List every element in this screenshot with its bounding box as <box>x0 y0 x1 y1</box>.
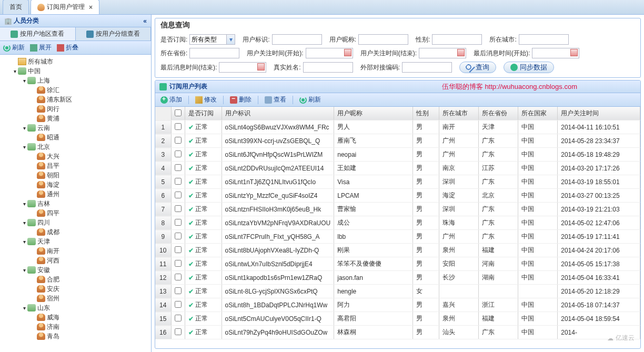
nickname-input[interactable] <box>358 34 408 45</box>
calendar-icon[interactable] <box>344 49 351 56</box>
tree-node[interactable]: 安庆 <box>0 284 151 294</box>
tree-toggle[interactable]: ▾ <box>21 200 27 207</box>
row-checkbox[interactable] <box>175 287 182 294</box>
tree-node[interactable]: 徐汇 <box>0 85 151 95</box>
tree-toggle[interactable]: ▾ <box>12 68 18 74</box>
row-checkbox[interactable] <box>175 137 182 144</box>
expand-button[interactable]: 展开 <box>30 43 52 52</box>
view-button[interactable]: 查看 <box>263 94 288 105</box>
external-input[interactable] <box>402 62 452 73</box>
tree-toggle[interactable]: ▾ <box>21 305 27 311</box>
tree-node[interactable]: ▾云南 <box>0 123 151 133</box>
tree-node[interactable]: 通州 <box>0 189 151 199</box>
row-checkbox[interactable] <box>175 178 182 185</box>
row-checkbox[interactable] <box>175 233 182 239</box>
tree-node[interactable]: 宿州 <box>0 294 151 303</box>
tree-toggle[interactable]: ▾ <box>21 238 27 245</box>
col-followtime[interactable]: 用户关注时间 <box>558 107 640 120</box>
tree-node[interactable]: 河西 <box>0 256 151 265</box>
col-userid[interactable]: 用户标识 <box>222 107 334 120</box>
tree-label[interactable]: 北京 <box>37 143 50 152</box>
table-row[interactable]: 11✔正常oSiLntwLXn7uIbSznl5dDiprjjE4笨笨不及傻傻傻… <box>155 257 640 271</box>
table-row[interactable]: 5✔正常oSiLnt1nTJj6ZQ1NLItvuG1fQcIoVisa男深圳广… <box>155 175 640 189</box>
row-checkbox[interactable] <box>175 260 182 267</box>
tree-label[interactable]: 威海 <box>47 313 59 322</box>
tree-label[interactable]: 四平 <box>47 209 59 218</box>
tree-label[interactable]: 河西 <box>47 256 59 265</box>
subtab-by-group[interactable]: 按用户分组查看 <box>76 27 152 41</box>
row-checkbox[interactable] <box>175 274 182 280</box>
col-checkbox[interactable] <box>171 107 185 120</box>
tree-toggle[interactable]: ▾ <box>21 267 27 273</box>
tree-node[interactable]: 昭通 <box>0 133 151 142</box>
tree-node[interactable]: ▾北京 <box>0 142 151 152</box>
tree-node[interactable]: ▾山东 <box>0 303 151 313</box>
row-checkbox[interactable] <box>175 301 182 308</box>
select-all-checkbox[interactable] <box>175 109 182 116</box>
tree-label[interactable]: 徐汇 <box>47 86 59 95</box>
delete-button[interactable]: 删除 <box>228 94 254 105</box>
tree-node[interactable]: ▾安徽 <box>0 265 151 275</box>
tree-label[interactable]: 吉林 <box>37 199 50 208</box>
edit-button[interactable]: 修改 <box>193 94 219 105</box>
tree-label[interactable]: 中国 <box>28 67 41 76</box>
city-input[interactable] <box>519 34 569 45</box>
table-row[interactable]: 2✔正常oSiLnt399XN-ccrj-uvZsGEBQL_Q雁南飞男广州广东… <box>155 134 640 148</box>
tree-label[interactable]: 四川 <box>37 218 50 227</box>
table-row[interactable]: 12✔正常oSiLnt1kapodb1s6sPrn1ew1ZRaQjason.f… <box>155 271 640 285</box>
tree-label[interactable]: 闵行 <box>47 105 59 114</box>
tree-toggle[interactable]: ▾ <box>21 219 27 226</box>
table-row[interactable]: 4✔正常oSiLnt2DDvRUsujIcQm2ATEEUI14王如建男南京江苏… <box>155 162 640 175</box>
table-row[interactable]: 8✔正常oSiLntzaYbVM2pNFrqV9AXDRaUOU成公男珠海广东中… <box>155 216 640 230</box>
collapse-icon[interactable]: « <box>143 17 147 25</box>
col-subscribed[interactable]: 是否订阅 <box>185 107 222 120</box>
tree-node[interactable]: 大兴 <box>0 152 151 161</box>
tree-label[interactable]: 安徽 <box>37 266 50 275</box>
tree-label[interactable]: 天津 <box>37 237 50 246</box>
table-row[interactable]: 10✔正常oSiLnt8bUAjophVXea8L-IyZDh-Q刚果男泉州福建… <box>155 244 640 257</box>
tree-node[interactable]: 所有城市 <box>0 57 151 66</box>
grid-refresh-button[interactable]: 刷新 <box>297 94 323 105</box>
table-row[interactable]: 3✔正常oSiLnt6JfQvnHfpQscW1sPrLWIZMneopai男广… <box>155 148 640 162</box>
tree-node[interactable]: 成都 <box>0 227 151 237</box>
tree-node[interactable]: 威海 <box>0 313 151 322</box>
tree-label[interactable]: 所有城市 <box>28 57 53 66</box>
tree-toggle[interactable]: ▾ <box>21 144 27 150</box>
tree-node[interactable]: 黄浦 <box>0 114 151 123</box>
table-row[interactable]: 16✔正常oSiLnt79hZyPq4h9oHUISdGOuZOw林森桐男汕头广… <box>155 326 640 339</box>
col-province[interactable]: 所在省份 <box>479 107 518 120</box>
tree-label[interactable]: 青岛 <box>47 332 59 341</box>
tree-node[interactable]: 合肥 <box>0 275 151 284</box>
col-sex[interactable]: 性别 <box>413 107 439 120</box>
tree-node[interactable]: 济南 <box>0 322 151 331</box>
tree-node[interactable]: 浦东新区 <box>0 95 151 104</box>
realname-input[interactable] <box>303 62 353 73</box>
tree-label[interactable]: 浦东新区 <box>47 95 72 104</box>
row-checkbox[interactable] <box>175 192 182 198</box>
tree-label[interactable]: 宿州 <box>47 294 59 303</box>
row-checkbox[interactable] <box>175 328 182 335</box>
table-row[interactable]: 14✔正常oSiLnt8h_1BDaDqtPPLCJNrHq1Ww阿力男嘉兴浙江… <box>155 298 640 312</box>
subtab-by-region[interactable]: 按用户地区查看 <box>0 27 76 41</box>
col-nickname[interactable]: 用户昵称 <box>334 107 413 120</box>
table-row[interactable]: 6✔正常oSiLntzYp_MzzfCe_quSiF4soIZ4LPCAM男海淀… <box>155 189 640 203</box>
row-checkbox[interactable] <box>175 219 182 226</box>
tab-home[interactable]: 首页 <box>3 0 29 14</box>
calendar-icon[interactable] <box>570 49 578 56</box>
tree-label[interactable]: 上海 <box>37 76 50 85</box>
row-checkbox[interactable] <box>175 164 182 171</box>
tree-label[interactable]: 山东 <box>37 304 50 313</box>
table-row[interactable]: 15✔正常oSiLnt5CmAUCulyeV0O5qCIIr1-Q高君阳男泉州福… <box>155 312 640 326</box>
tree-node[interactable]: 四平 <box>0 208 151 218</box>
tree-label[interactable]: 济南 <box>47 323 59 331</box>
tree-label[interactable]: 昌平 <box>47 162 59 170</box>
tree-node[interactable]: ▾四川 <box>0 218 151 227</box>
tree-label[interactable]: 通州 <box>47 190 59 199</box>
tree-label[interactable]: 海淀 <box>47 180 59 189</box>
tab-subscribe-manage[interactable]: 订阅用户管理 × <box>31 0 99 14</box>
tree-toggle[interactable]: ▾ <box>21 125 27 131</box>
tree-node[interactable]: 闵行 <box>0 104 151 114</box>
tree-node[interactable]: 青岛 <box>0 331 151 341</box>
tree-label[interactable]: 云南 <box>37 124 50 133</box>
row-checkbox[interactable] <box>175 205 182 212</box>
